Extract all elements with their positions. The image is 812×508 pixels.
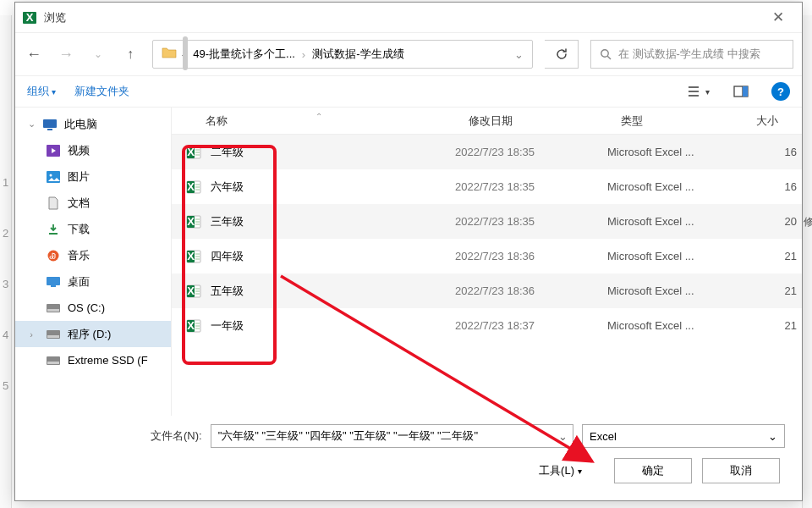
title-bar: X 浏览 ✕ — [15, 3, 802, 33]
refresh-button[interactable] — [545, 40, 579, 69]
svg-text:X: X — [187, 146, 195, 158]
download-icon — [46, 224, 61, 235]
sidebar-item-videos[interactable]: 视频 — [15, 137, 171, 163]
sidebar-item-pictures[interactable]: 图片 — [15, 163, 171, 190]
file-row[interactable]: X二年级2022/7/23 18:35Microsoft Excel ...16 — [172, 135, 802, 169]
file-row[interactable]: X一年级2022/7/23 18:37Microsoft Excel ...21 — [172, 308, 802, 343]
file-type: Microsoft Excel ... — [607, 146, 743, 158]
file-size: 21 — [743, 284, 802, 297]
svg-rect-9 — [743, 86, 748, 97]
excel-file-icon: X — [185, 144, 202, 161]
sidebar-item-downloads[interactable]: 下载 — [15, 216, 171, 242]
svg-text:X: X — [187, 250, 195, 262]
sidebar-item-drive-d[interactable]: › 程序 (D:) — [15, 321, 171, 347]
folder-icon — [162, 47, 177, 62]
search-input[interactable]: 在 测试数据-学生成绩 中搜索 — [590, 40, 793, 69]
cancel-button[interactable]: 取消 — [702, 458, 780, 483]
svg-point-2 — [601, 50, 608, 57]
file-date: 2022/7/23 18:35 — [455, 180, 607, 193]
excel-file-icon: X — [185, 213, 202, 230]
svg-rect-16 — [47, 277, 60, 285]
search-placeholder: 在 测试数据-学生成绩 中搜索 — [618, 47, 760, 62]
chevron-down-icon[interactable]: ⌄ — [558, 430, 568, 443]
crumb-2[interactable]: 测试数据-学生成绩 — [312, 47, 403, 62]
drive-icon — [46, 304, 61, 312]
help-button[interactable]: ? — [771, 82, 790, 101]
file-row[interactable]: X五年级2022/7/23 18:36Microsoft Excel ...21 — [172, 273, 802, 308]
nav-row: ← → ⌄ ↑ « 49-批量统计多个工... › 测试数据-学生成绩 ⌄ 在 … — [15, 33, 802, 75]
file-size: 21 — [743, 319, 802, 332]
sidebar-item-drive-ssd[interactable]: Extreme SSD (F — [15, 347, 171, 373]
excel-file-icon: X — [185, 318, 202, 334]
file-name: 六年级 — [211, 179, 244, 195]
video-icon — [46, 145, 61, 157]
svg-rect-19 — [47, 309, 59, 312]
picture-icon — [46, 171, 61, 183]
chevron-down-icon: ⌄ — [768, 430, 777, 443]
header-type[interactable]: 类型 — [607, 113, 743, 129]
breadcrumb-bar[interactable]: « 49-批量统计多个工... › 测试数据-学生成绩 ⌄ — [152, 40, 533, 69]
ok-button[interactable]: 确定 — [614, 458, 692, 483]
action-row: 工具(L)▾ 确定 取消 — [32, 458, 785, 483]
drive-icon — [46, 356, 61, 365]
drive-icon — [46, 330, 61, 339]
file-type: Microsoft Excel ... — [607, 250, 743, 262]
chevron-down-icon[interactable]: ⌄ — [508, 48, 524, 61]
file-pane: 名称⌃ 修改日期 类型 大小 X二年级2022/7/23 18:35Micros… — [172, 108, 802, 416]
file-date: 2022/7/23 18:35 — [455, 215, 607, 228]
filename-input[interactable]: "六年级" "三年级" "四年级" "五年级" "一年级" "二年级" ⌄ — [211, 424, 573, 448]
svg-line-3 — [607, 56, 611, 59]
sidebar: ⌄ 此电脑 视频 图片 文档 下载 音乐 — [15, 108, 172, 416]
search-icon — [600, 48, 612, 60]
file-type-filter[interactable]: Excel ⌄ — [582, 424, 785, 448]
preview-pane-button[interactable] — [729, 80, 753, 103]
sidebar-item-music[interactable]: 音乐 — [15, 242, 171, 268]
file-date: 2022/7/23 18:36 — [455, 284, 607, 297]
forward-button[interactable]: → — [56, 46, 76, 64]
sidebar-item-drive-c[interactable]: OS (C:) — [15, 295, 171, 321]
file-size: 20 — [743, 215, 802, 228]
back-button[interactable]: ← — [24, 46, 44, 64]
background-right-strip: 修 — [802, 15, 812, 508]
file-row[interactable]: X四年级2022/7/23 18:36Microsoft Excel ...21 — [172, 239, 802, 273]
svg-text:X: X — [187, 319, 195, 332]
svg-text:X: X — [26, 11, 34, 24]
organize-button[interactable]: 组织▾ — [27, 84, 56, 99]
up-button[interactable]: ↑ — [120, 47, 140, 62]
svg-text:X: X — [187, 180, 195, 193]
svg-text:X: X — [187, 284, 195, 297]
filename-row: 文件名(N): "六年级" "三年级" "四年级" "五年级" "一年级" "二… — [32, 424, 785, 448]
file-date: 2022/7/23 18:36 — [455, 250, 607, 262]
monitor-icon — [42, 119, 58, 130]
file-type: Microsoft Excel ... — [607, 215, 743, 228]
new-folder-button[interactable]: 新建文件夹 — [74, 84, 129, 99]
file-size: 16 — [743, 146, 802, 158]
chevron-down-icon: ▾ — [52, 87, 56, 97]
crumb-1[interactable]: 49-批量统计多个工... — [193, 47, 295, 62]
sort-indicator-icon: ⌃ — [315, 112, 322, 121]
chevron-down-icon: ⌄ — [27, 119, 36, 130]
file-list-header: 名称⌃ 修改日期 类型 大小 — [172, 108, 802, 135]
file-size: 16 — [743, 180, 802, 193]
chevron-right-icon: › — [300, 48, 307, 61]
file-row[interactable]: X三年级2022/7/23 18:35Microsoft Excel ...20 — [172, 204, 802, 239]
svg-rect-10 — [43, 119, 57, 128]
bottom-panel: 文件名(N): "六年级" "三年级" "四年级" "五年级" "一年级" "二… — [15, 416, 802, 500]
svg-rect-23 — [47, 362, 59, 364]
file-row[interactable]: X六年级2022/7/23 18:35Microsoft Excel ...16 — [172, 169, 802, 204]
tools-button[interactable]: 工具(L)▾ — [532, 460, 589, 482]
header-date[interactable]: 修改日期 — [455, 113, 607, 129]
file-name: 五年级 — [211, 284, 244, 299]
sidebar-item-documents[interactable]: 文档 — [15, 190, 171, 216]
svg-rect-11 — [47, 129, 52, 130]
sidebar-item-this-pc[interactable]: ⌄ 此电脑 — [15, 111, 171, 137]
sidebar-item-desktop[interactable]: 桌面 — [15, 268, 171, 295]
file-list: X二年级2022/7/23 18:35Microsoft Excel ...16… — [172, 135, 802, 416]
recent-dropdown[interactable]: ⌄ — [88, 48, 108, 60]
excel-file-icon: X — [185, 283, 202, 300]
header-size[interactable]: 大小 — [743, 113, 802, 129]
document-icon — [46, 196, 61, 210]
header-name[interactable]: 名称⌃ — [172, 113, 455, 129]
close-button[interactable]: ✕ — [761, 8, 795, 26]
view-mode-button[interactable]: ▾ — [687, 80, 710, 103]
